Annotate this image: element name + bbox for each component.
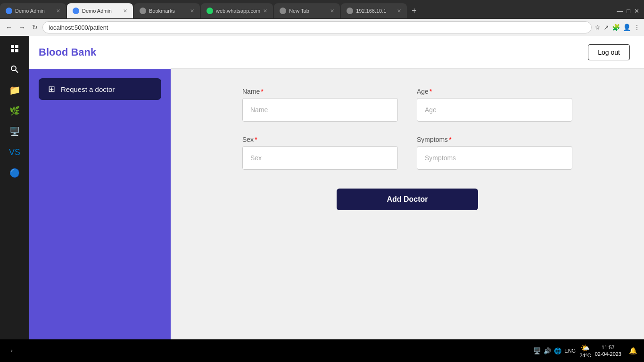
notification-button[interactable]: 🔔 [625,343,640,358]
weather-widget: 🌤️ 24°C [579,344,591,358]
address-bar[interactable]: localhost:5000/patient [42,21,592,33]
main-header: Log out [171,36,644,69]
browser-tab-2[interactable]: Demo Admin ✕ [67,3,133,18]
name-form-group: Name* [242,88,398,122]
tab-6-label: 192.168.10.1 [356,8,386,14]
sex-required-star: * [255,136,257,143]
tab-2-label: Demo Admin [82,8,112,14]
symptoms-input[interactable] [417,146,572,170]
age-input[interactable] [417,98,572,122]
back-button[interactable]: ← [4,23,14,32]
browser-tab-6[interactable]: 192.168.10.1 ✕ [341,3,407,18]
svg-rect-1 [15,45,18,48]
tab-5-icon [280,8,286,14]
add-doctor-button[interactable]: Add Doctor [337,189,478,210]
tray-icons: 🖥️ 🔊 🌐 ENG [533,347,576,354]
taskbar-app-2[interactable]: 🖥️ [6,123,24,140]
taskbar-app-4[interactable]: 🔵 [6,164,24,182]
taskbar-app-3[interactable]: VS [6,143,24,161]
name-required-star: * [261,88,263,95]
clock-time: 11:57 [602,344,615,351]
browser-chrome: Demo Admin ✕ Demo Admin ✕ Bookmarks ✕ we… [0,0,644,36]
sidebar: Blood Bank ⊞ Request a doctor [29,36,171,339]
svg-rect-2 [11,49,14,52]
profile-button[interactable]: 👤 [623,24,631,31]
browser-tab-4[interactable]: web.whatsapp.com ✕ [201,3,273,18]
file-explorer-button[interactable]: 📁 [6,81,24,99]
nav-actions: ☆ ↗ 🧩 👤 ⋮ [594,24,640,31]
weather-temp: 24°C [579,353,591,358]
form-container: Name* Age* Sex* [171,69,644,339]
tab-3-icon [140,8,146,14]
request-doctor-label: Request a doctor [61,85,115,93]
age-required-star: * [429,88,432,95]
tab-6-icon [347,8,353,14]
request-doctor-button[interactable]: ⊞ Request a doctor [39,78,161,100]
notification-icon: 🔔 [629,347,637,354]
browser-tab-5[interactable]: New Tab ✕ [274,3,340,18]
tab-4-label: web.whatsapp.com [216,8,260,14]
maximize-button[interactable]: □ [627,8,630,15]
tab-5-label: New Tab [289,8,309,14]
symptoms-label: Symptoms* [417,136,572,143]
tab-4-icon [206,8,213,14]
system-clock: 11:57 02-04-2023 [595,344,621,358]
search-taskbar-button[interactable] [6,60,24,78]
browser-tab-3[interactable]: Bookmarks ✕ [134,3,200,18]
new-tab-button[interactable]: + [408,6,421,16]
taskbar-more-button[interactable]: › [4,343,20,359]
svg-rect-0 [11,45,14,48]
sex-label: Sex* [242,136,398,143]
extensions-button[interactable]: 🧩 [612,24,620,31]
taskbar-left-group: › [4,343,20,359]
weather-icon: 🌤️ [580,344,590,353]
sidebar-header: Blood Bank [29,36,171,69]
minimize-button[interactable]: — [617,8,623,15]
sidebar-nav: ⊞ Request a doctor [29,69,171,109]
tray-speaker-icon: 🔊 [544,347,551,354]
add-btn-container: Add Doctor [242,189,572,210]
tab-4-close[interactable]: ✕ [263,8,267,14]
sex-form-group: Sex* [242,136,398,170]
age-form-group: Age* [417,88,572,122]
symptoms-form-group: Symptoms* [417,136,572,170]
clock-date: 02-04-2023 [595,351,621,357]
start-button[interactable] [6,40,24,58]
tab-3-close[interactable]: ✕ [190,8,194,14]
sex-input[interactable] [242,146,398,170]
tab-2-close[interactable]: ✕ [123,8,127,14]
taskbar-app-1[interactable]: 🌿 [6,102,24,120]
bookmark-star-button[interactable]: ☆ [594,24,601,31]
browser-tab-1[interactable]: Demo Admin ✕ [0,3,66,18]
tab-bar: Demo Admin ✕ Demo Admin ✕ Bookmarks ✕ we… [0,0,644,19]
left-icons: 📁 🌿 🖥️ VS 🔵 [0,36,29,339]
tab-6-close[interactable]: ✕ [397,8,401,14]
name-input[interactable] [242,98,398,122]
tray-monitor-icon: 🖥️ [533,347,541,354]
tab-1-icon [6,8,12,14]
request-doctor-icon: ⊞ [48,84,55,94]
tab-1-label: Demo Admin [15,8,45,14]
system-tray: 🖥️ 🔊 🌐 ENG 🌤️ 24°C 11:57 02-04-2023 🔔 [533,343,640,358]
bottom-taskbar: › 🖥️ 🔊 🌐 ENG 🌤️ 24°C 11:57 02-04-2023 🔔 [0,339,644,362]
tab-2-icon [73,8,79,14]
reload-button[interactable]: ↻ [30,23,40,32]
tray-lang: ENG [564,348,576,354]
logout-button[interactable]: Log out [588,44,630,60]
svg-line-5 [16,70,18,73]
sidebar-title: Blood Bank [39,46,96,58]
tab-3-label: Bookmarks [149,8,175,14]
address-text: localhost:5000/patient [49,24,108,31]
forward-button[interactable]: → [17,23,27,32]
content-area: 📁 🌿 🖥️ VS 🔵 Blood Bank ⊞ Request a docto… [0,36,644,339]
close-window-button[interactable]: ✕ [634,8,639,15]
form-grid: Name* Age* Sex* [242,88,572,210]
tab-1-close[interactable]: ✕ [56,8,60,14]
tab-5-close[interactable]: ✕ [330,8,334,14]
svg-rect-3 [15,49,18,52]
symptoms-required-star: * [449,136,451,143]
page-wrapper: Demo Admin ✕ Demo Admin ✕ Bookmarks ✕ we… [0,0,644,362]
share-button[interactable]: ↗ [603,24,609,31]
menu-button[interactable]: ⋮ [634,24,640,31]
age-label: Age* [417,88,572,95]
